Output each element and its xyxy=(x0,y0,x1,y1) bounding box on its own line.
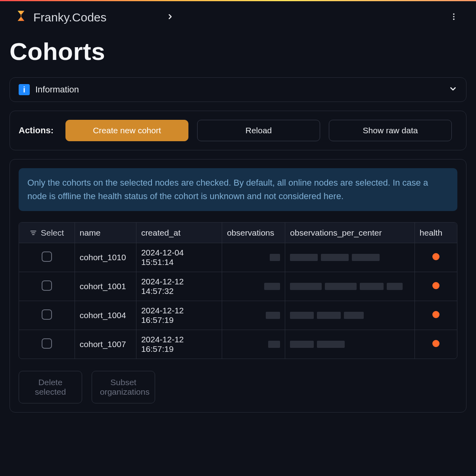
cell-name: cohort_1010 xyxy=(75,243,136,272)
filter-icon[interactable] xyxy=(30,229,37,236)
cell-health xyxy=(415,272,457,301)
svg-point-2 xyxy=(453,18,455,20)
page-title: Cohorts xyxy=(0,29,476,77)
show-raw-data-button[interactable]: Show raw data xyxy=(329,120,452,141)
actions-label: Actions: xyxy=(19,125,54,136)
chevron-right-icon xyxy=(166,13,174,22)
health-warning-icon xyxy=(432,340,440,347)
table-row: cohort_1010 2024-12-04 15:51:14 xyxy=(19,243,457,272)
table-row: cohort_1004 2024-12-12 16:57:19 xyxy=(19,301,457,330)
table-row: cohort_1001 2024-12-12 14:57:32 xyxy=(19,272,457,301)
topbar: Franky.Codes xyxy=(0,1,476,29)
cell-observations xyxy=(222,272,285,301)
cell-observations-per-center xyxy=(285,272,415,301)
footer-actions: Delete selected Subset organizations xyxy=(19,371,457,403)
cohorts-table: Select name created_at observations obse… xyxy=(19,222,457,359)
cell-observations xyxy=(222,301,285,330)
subset-organizations-button[interactable]: Subset organizations xyxy=(92,371,155,403)
column-header-created-at[interactable]: created_at xyxy=(136,223,222,243)
cell-observations-per-center xyxy=(285,243,415,272)
information-label: Information xyxy=(35,84,79,95)
row-checkbox[interactable] xyxy=(42,251,52,262)
info-icon: i xyxy=(19,84,30,95)
column-header-observations[interactable]: observations xyxy=(222,223,285,243)
vertical-dots-icon xyxy=(449,12,458,23)
information-expander[interactable]: i Information xyxy=(10,78,466,102)
cell-observations xyxy=(222,330,285,359)
cell-name: cohort_1001 xyxy=(75,272,136,301)
cell-health xyxy=(415,301,457,330)
row-checkbox[interactable] xyxy=(42,338,52,349)
column-header-name[interactable]: name xyxy=(75,223,136,243)
cell-observations-per-center xyxy=(285,301,415,330)
breadcrumb-expand-button[interactable] xyxy=(165,12,176,23)
overflow-menu-button[interactable] xyxy=(446,10,462,25)
svg-point-1 xyxy=(453,16,455,17)
actions-panel: Actions: Create new cohort Reload Show r… xyxy=(10,111,466,150)
delete-selected-button[interactable]: Delete selected xyxy=(19,371,82,403)
cohorts-table-panel: Only the cohorts on the selected nodes a… xyxy=(10,159,466,413)
cell-observations-per-center xyxy=(285,330,415,359)
table-row: cohort_1007 2024-12-12 16:57:19 xyxy=(19,330,457,359)
column-header-select[interactable]: Select xyxy=(41,228,64,238)
row-checkbox[interactable] xyxy=(42,309,52,320)
column-header-health[interactable]: health xyxy=(415,223,457,243)
svg-point-0 xyxy=(453,13,455,15)
cell-observations xyxy=(222,243,285,272)
chevron-down-icon xyxy=(449,84,457,95)
reload-button[interactable]: Reload xyxy=(197,120,320,141)
info-notice: Only the cohorts on the selected nodes a… xyxy=(19,168,457,211)
row-checkbox[interactable] xyxy=(42,280,52,291)
brand-logo-icon xyxy=(14,9,28,25)
health-warning-icon xyxy=(432,311,440,318)
cell-name: cohort_1007 xyxy=(75,330,136,359)
cell-created-at: 2024-12-12 16:57:19 xyxy=(136,301,222,330)
cell-health xyxy=(415,330,457,359)
cell-health xyxy=(415,243,457,272)
information-panel: i Information xyxy=(10,77,466,102)
create-new-cohort-button[interactable]: Create new cohort xyxy=(65,120,188,141)
column-header-observations-per-center[interactable]: observations_per_center xyxy=(285,223,415,243)
cell-created-at: 2024-12-04 15:51:14 xyxy=(136,243,222,272)
brand-logo[interactable]: Franky.Codes xyxy=(14,9,107,25)
health-warning-icon xyxy=(432,253,440,260)
health-warning-icon xyxy=(432,282,440,289)
cell-name: cohort_1004 xyxy=(75,301,136,330)
brand-name: Franky.Codes xyxy=(33,11,107,24)
cell-created-at: 2024-12-12 14:57:32 xyxy=(136,272,222,301)
cell-created-at: 2024-12-12 16:57:19 xyxy=(136,330,222,359)
